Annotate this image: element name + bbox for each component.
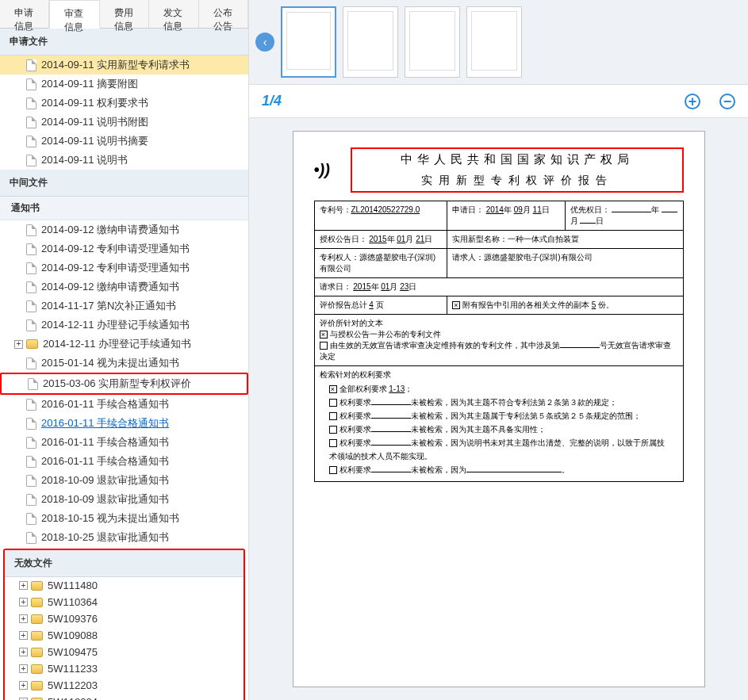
- prev-page-button[interactable]: ‹: [255, 33, 274, 52]
- file-icon: [26, 494, 36, 506]
- expand-icon[interactable]: +: [19, 631, 28, 640]
- file-icon: [26, 224, 36, 236]
- tab-fee-info[interactable]: 费用信息: [100, 0, 149, 28]
- tree-item-notice[interactable]: 2014-09-12 缴纳申请费通知书: [0, 220, 248, 239]
- tree-item-app-file[interactable]: 2014-09-11 权利要求书: [0, 94, 248, 113]
- expand-icon[interactable]: +: [19, 581, 28, 590]
- tree-item-notice[interactable]: 2016-01-11 手续合格通知书: [0, 395, 248, 414]
- file-label: 2015-03-06 实用新型专利权评价: [43, 377, 191, 391]
- file-label: 2014-12-11 办理登记手续通知书: [43, 337, 191, 351]
- tree-item-notice[interactable]: 2015-03-06 实用新型专利权评价: [0, 373, 248, 395]
- page-number: 1/4: [262, 93, 282, 109]
- tree-item-notice[interactable]: 2018-10-25 退款审批通知书: [0, 528, 248, 547]
- tree-item-app-file[interactable]: 2014-09-11 说明书附图: [0, 113, 248, 132]
- file-icon: [26, 78, 36, 90]
- file-icon: [26, 300, 36, 312]
- expand-icon[interactable]: +: [19, 681, 28, 690]
- file-label: 2018-10-09 退款审批通知书: [41, 473, 169, 488]
- folder-icon: [31, 698, 43, 701]
- folder-label: 5W111480: [48, 580, 98, 591]
- file-label: 2018-10-25 退款审批通知书: [41, 530, 169, 545]
- tree-item-notice[interactable]: 2018-10-09 退款审批通知书: [0, 490, 248, 509]
- file-label: 2014-09-11 权利要求书: [41, 96, 148, 110]
- tree-item-notice[interactable]: 2015-01-14 视为未提出通知书: [0, 354, 248, 373]
- expand-icon[interactable]: +: [14, 340, 23, 349]
- tree-item-app-file[interactable]: 2014-09-11 摘要附图: [0, 75, 248, 94]
- sipo-logo-icon: •)): [314, 161, 341, 180]
- file-label: 2014-09-12 专利申请受理通知书: [41, 242, 190, 256]
- expand-icon[interactable]: +: [19, 614, 28, 623]
- file-label: 2018-10-15 视为未提出通知书: [41, 511, 179, 526]
- tree-item-notice[interactable]: 2016-01-11 手续合格通知书: [0, 433, 248, 452]
- thumbnail-1[interactable]: [281, 6, 336, 78]
- tree-item-invalid-folder[interactable]: +5W109376: [5, 610, 244, 627]
- tree-item-notice[interactable]: 2014-11-17 第N次补正通知书: [0, 296, 248, 316]
- tree-item-notice[interactable]: 2018-10-15 视为未提出通知书: [0, 509, 248, 528]
- document-page: •)) 中华人民共和国国家知识产权局 实用新型专利权评价报告 专利号：ZL201…: [293, 131, 705, 687]
- file-icon: [26, 358, 36, 369]
- document-area[interactable]: •)) 中华人民共和国国家知识产权局 实用新型专利权评价报告 专利号：ZL201…: [249, 118, 748, 700]
- tree-item-notice[interactable]: 2016-01-11 手续合格通知书: [0, 452, 248, 471]
- doc-info-table: 专利号：ZL201420522729.0 申请日： 2014年 09月 11日 …: [314, 201, 684, 482]
- tree-item-invalid-folder[interactable]: +5W110364: [5, 594, 244, 610]
- file-icon: [26, 98, 36, 109]
- tab-bar: 申请信息 审查信息 费用信息 发文信息 公布公告: [0, 0, 248, 29]
- folder-icon: [31, 681, 43, 690]
- tree-item-notice[interactable]: +2014-12-11 办理登记手续通知书: [0, 335, 248, 354]
- folder-label: 5W112203: [48, 679, 98, 691]
- file-icon: [26, 418, 36, 430]
- file-icon: [26, 319, 36, 331]
- section-invalid-files: 无效文件: [5, 550, 244, 577]
- folder-icon: [31, 631, 43, 641]
- tree-item-notice[interactable]: 2018-10-09 退款审批通知书: [0, 471, 248, 490]
- tree-item-notice[interactable]: 2016-01-11 手续合格通知书: [0, 414, 248, 433]
- thumbnail-bar: ‹: [249, 0, 748, 84]
- zoom-out-button[interactable]: −: [719, 94, 735, 109]
- tree-item-invalid-folder[interactable]: +5W111480: [5, 577, 244, 594]
- folder-icon: [31, 648, 43, 657]
- folder-label: 5W109088: [48, 629, 98, 641]
- tree-item-notice[interactable]: 2014-09-12 专利申请受理通知书: [0, 239, 248, 258]
- tree-item-notice[interactable]: 2014-12-11 办理登记手续通知书: [0, 316, 248, 335]
- thumbnail-4[interactable]: [466, 6, 522, 78]
- thumbnail-2[interactable]: [343, 6, 398, 78]
- folder-label: 5W112204: [48, 696, 98, 700]
- file-label: 2014-09-11 实用新型专利请求书: [41, 58, 190, 72]
- tree-item-invalid-folder[interactable]: +5W112204: [5, 694, 244, 700]
- file-label: 2016-01-11 手续合格通知书: [41, 435, 169, 449]
- expand-icon[interactable]: +: [19, 648, 28, 656]
- file-icon: [26, 513, 36, 525]
- tree-item-app-file[interactable]: 2014-09-11 说明书: [0, 151, 248, 170]
- file-label: 2014-09-11 说明书附图: [41, 115, 148, 129]
- tab-dispatch-info[interactable]: 发文信息: [149, 0, 198, 28]
- file-label: 2014-09-12 专利申请受理通知书: [41, 261, 190, 275]
- main-viewer: ‹ 1/4 + − •)) 中华人民共和国国家知识产权局 实用新型专利权: [249, 0, 748, 700]
- tree-item-invalid-folder[interactable]: +5W109475: [5, 644, 244, 660]
- tree-item-invalid-folder[interactable]: +5W112203: [5, 677, 244, 694]
- tree-item-app-file[interactable]: 2014-09-11 实用新型专利请求书: [0, 55, 248, 75]
- doc-authority: 中华人民共和国国家知识产权局: [359, 152, 676, 167]
- file-label: 2014-09-12 缴纳申请费通知书: [41, 223, 179, 237]
- tree-item-invalid-folder[interactable]: +5W109088: [5, 627, 244, 644]
- tree-item-notice[interactable]: 2014-09-12 缴纳申请费通知书: [0, 277, 248, 296]
- file-icon: [26, 262, 36, 274]
- doc-report-title: 实用新型专利权评价报告: [359, 167, 676, 188]
- tree-item-notice[interactable]: 2014-09-12 专利申请受理通知书: [0, 258, 248, 277]
- file-icon: [26, 117, 36, 128]
- page-indicator-bar: 1/4 + −: [249, 84, 748, 118]
- zoom-in-button[interactable]: +: [685, 94, 700, 109]
- thumbnail-3[interactable]: [405, 6, 460, 78]
- folder-label: 5W111233: [48, 663, 98, 675]
- expand-icon[interactable]: +: [19, 664, 28, 673]
- expand-icon[interactable]: +: [19, 598, 28, 606]
- tab-review-info[interactable]: 审查信息: [49, 0, 99, 29]
- file-icon: [26, 136, 36, 147]
- file-icon: [28, 378, 38, 390]
- tree-item-invalid-folder[interactable]: +5W111233: [5, 660, 244, 677]
- file-icon: [26, 456, 36, 468]
- tree-item-app-file[interactable]: 2014-09-11 说明书摘要: [0, 132, 248, 151]
- file-label: 2014-12-11 办理登记手续通知书: [41, 318, 190, 332]
- file-label: 2016-01-11 手续合格通知书: [41, 416, 169, 430]
- tab-application-info[interactable]: 申请信息: [0, 0, 49, 28]
- tab-publication[interactable]: 公布公告: [199, 0, 248, 28]
